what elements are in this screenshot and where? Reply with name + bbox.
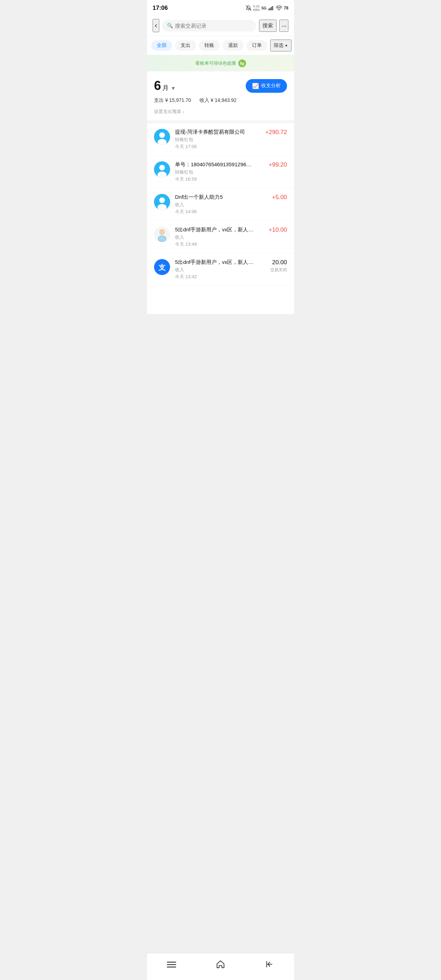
- income-stat: 收入 ¥ 14,943.92: [199, 97, 237, 103]
- transaction-time: 今天 13:49: [175, 241, 254, 247]
- transaction-amount: 20.00: [259, 259, 287, 266]
- transaction-title: 提现-菏泽卡券酷贸易有限公司: [175, 129, 254, 135]
- filter-arrow-icon: ▼: [285, 44, 288, 48]
- svg-point-5: [279, 10, 279, 11]
- month-dropdown-icon: ▼: [171, 85, 176, 91]
- analysis-chart-icon: 📈: [252, 83, 259, 89]
- status-time: 17:06: [153, 5, 168, 11]
- svg-point-13: [159, 197, 165, 203]
- filter-tabs: 全部 支出 转账 退款 订单 筛选 ▼: [147, 36, 294, 55]
- transaction-time: 今天 17:06: [175, 143, 254, 150]
- section-divider: [147, 120, 294, 123]
- svg-point-18: [158, 236, 166, 242]
- svg-text:支: 支: [158, 264, 166, 271]
- svg-point-10: [159, 165, 165, 170]
- wifi-icon: [276, 6, 282, 11]
- svg-rect-4: [272, 6, 273, 10]
- transaction-info: 单号：180407654691359129601-四... 转账红包 今天 16…: [175, 161, 254, 182]
- status-bar: 17:06 0.10 KB/s 5G 78: [147, 0, 294, 15]
- search-bar: ‹ 🔍 搜索 ···: [147, 15, 294, 36]
- tab-all[interactable]: 全部: [151, 40, 172, 51]
- transaction-subtitle: 收入: [175, 202, 254, 208]
- transaction-time: 今天 14:06: [175, 208, 254, 215]
- search-icon: 🔍: [167, 23, 173, 29]
- transaction-item[interactable]: 单号：180407654691359129601-四... 转账红包 今天 16…: [147, 156, 294, 188]
- avatar: [154, 194, 170, 210]
- transaction-item[interactable]: 支 5出dnf手游新用户，vx区，新人助... 收入 今天 13:42 20.0…: [147, 253, 294, 286]
- month-number: 6: [154, 78, 161, 93]
- transaction-subtitle: 转账红包: [175, 137, 254, 143]
- alipay-avatar-icon: 支: [154, 259, 170, 275]
- stats-row: 支出 ¥ 15,971.70 收入 ¥ 14,943.92: [147, 96, 294, 107]
- battery-level: 78: [284, 6, 288, 11]
- transaction-info: 提现-菏泽卡券酷贸易有限公司 转账红包 今天 17:06: [175, 129, 254, 150]
- transaction-item[interactable]: 提现-菏泽卡券酷贸易有限公司 转账红包 今天 17:06 +290.72: [147, 123, 294, 156]
- transaction-amount: +290.72: [259, 129, 287, 136]
- status-icons: 0.10 KB/s 5G 78: [246, 5, 288, 11]
- tab-order[interactable]: 订单: [247, 40, 267, 51]
- svg-rect-1: [269, 9, 269, 11]
- transaction-title: Dnf出一个新人助力5: [175, 194, 254, 200]
- green-badge: 8g: [238, 59, 246, 67]
- tab-expense[interactable]: 支出: [175, 40, 196, 51]
- tab-transfer[interactable]: 转账: [199, 40, 220, 51]
- transaction-title: 5出dnf手游新用户，vx区，新人助...: [175, 259, 254, 266]
- svg-rect-3: [271, 7, 272, 11]
- filter-button[interactable]: 筛选 ▼: [270, 40, 291, 51]
- transaction-subtitle: 转账红包: [175, 169, 254, 175]
- transaction-subtitle: 收入: [175, 234, 254, 240]
- search-input[interactable]: [175, 23, 251, 29]
- bell-mute-icon: [246, 5, 251, 11]
- transaction-info: 5出dnf手游新用户，vx区，新人助... 收入 今天 13:42: [175, 259, 254, 280]
- person-avatar-icon: [154, 194, 170, 210]
- search-button[interactable]: 搜索: [259, 20, 277, 32]
- transaction-list: 提现-菏泽卡券酷贸易有限公司 转账红包 今天 17:06 +290.72 单号：…: [147, 123, 294, 286]
- expenditure-stat: 支出 ¥ 15,971.70: [154, 97, 191, 103]
- avatar: 支: [154, 259, 170, 275]
- avatar: [154, 226, 170, 243]
- svg-line-0: [246, 6, 251, 11]
- main-content: 看账单可得绿色能量 8g 6 月 ▼ 📈 收支分析 支出 ¥ 15,971.70…: [147, 55, 294, 314]
- more-button[interactable]: ···: [279, 20, 288, 32]
- budget-chevron-icon: ›: [183, 109, 184, 115]
- network-type: 5G: [261, 6, 267, 10]
- tab-refund[interactable]: 退款: [223, 40, 244, 51]
- month-label: 月: [162, 84, 169, 92]
- svg-rect-2: [269, 8, 270, 10]
- avatar: [154, 129, 170, 145]
- transaction-amount: +99.20: [259, 161, 287, 169]
- transaction-amount-group: 20.00 交易关闭: [259, 259, 287, 273]
- transaction-item[interactable]: Dnf出一个新人助力5 收入 今天 14:06 +5.00: [147, 188, 294, 221]
- transaction-amount: +5.00: [259, 194, 287, 201]
- transaction-time: 今天 16:59: [175, 176, 254, 182]
- month-header: 6 月 ▼ 📈 收支分析: [147, 72, 294, 96]
- person-avatar-icon: [154, 161, 170, 177]
- svg-point-7: [159, 132, 165, 138]
- transaction-amount: +10.00: [259, 226, 287, 234]
- back-button[interactable]: ‹: [153, 19, 159, 32]
- network-speed: 0.10 KB/s: [253, 5, 260, 11]
- person-avatar-icon: [154, 129, 170, 145]
- transaction-time: 今天 13:42: [175, 274, 254, 280]
- transaction-subtitle: 收入: [175, 267, 254, 273]
- budget-link[interactable]: 设置支出预算 ›: [147, 107, 294, 120]
- custom-person-avatar-icon: [154, 226, 170, 243]
- transaction-item[interactable]: 5出dnf手游新用户，vx区，新人助... 收入 今天 13:49 +10.00: [147, 221, 294, 253]
- search-input-wrap[interactable]: 🔍: [162, 20, 256, 32]
- month-title[interactable]: 6 月 ▼: [154, 78, 176, 93]
- analysis-button[interactable]: 📈 收支分析: [246, 79, 287, 93]
- transaction-info: Dnf出一个新人助力5 收入 今天 14:06: [175, 194, 254, 215]
- green-energy-banner[interactable]: 看账单可得绿色能量 8g: [147, 55, 294, 72]
- signal-icon: [269, 6, 274, 11]
- green-banner-text: 看账单可得绿色能量: [195, 60, 236, 67]
- transaction-info: 5出dnf手游新用户，vx区，新人助... 收入 今天 13:49: [175, 226, 254, 247]
- transaction-status: 交易关闭: [259, 267, 287, 273]
- svg-point-20: [160, 230, 164, 234]
- avatar: [154, 161, 170, 177]
- transaction-title: 单号：180407654691359129601-四...: [175, 161, 254, 168]
- transaction-title: 5出dnf手游新用户，vx区，新人助...: [175, 226, 254, 233]
